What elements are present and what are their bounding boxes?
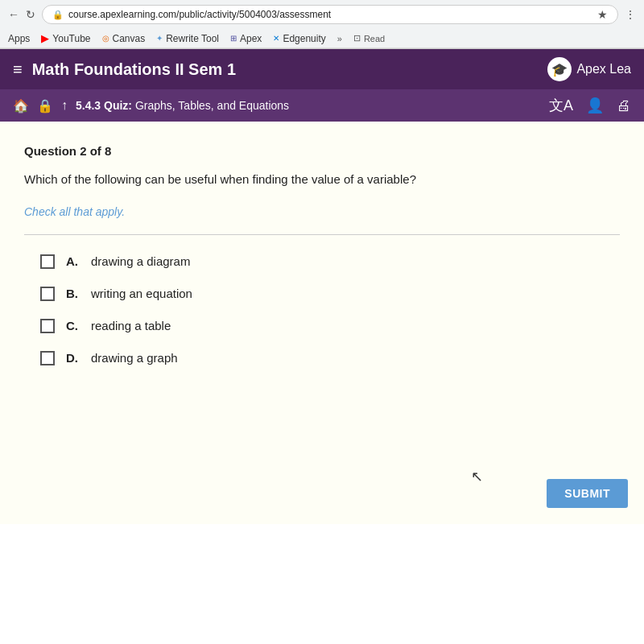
youtube-icon: ▶ xyxy=(41,32,49,44)
toolbar-lock-icon[interactable]: 🔒 xyxy=(37,98,53,114)
up-arrow-icon[interactable]: ↑ xyxy=(61,98,68,113)
apex-logo-text: Apex Lea xyxy=(576,62,631,76)
quiz-title: Graphs, Tables, and Equations xyxy=(135,99,289,112)
canvas-label: Canvas xyxy=(113,33,146,44)
home-icon[interactable]: 🏠 xyxy=(13,98,29,114)
bookmarks-bar: Apps ▶ YouTube ◎ Canvas ✦ Rewrite Tool ⊞… xyxy=(0,29,644,48)
checkbox-a[interactable] xyxy=(40,254,55,269)
option-b-letter: B. xyxy=(66,287,78,300)
person-icon[interactable]: 👤 xyxy=(586,97,604,114)
submit-area: SUBMIT xyxy=(547,479,628,508)
bookmark-youtube[interactable]: ▶ YouTube xyxy=(41,32,90,44)
address-bar: ← ↻ 🔒 course.apexlearning.com/public/act… xyxy=(0,0,644,29)
read-icon: ⊡ xyxy=(353,33,361,43)
course-title: Math Foundations II Sem 1 xyxy=(32,60,236,79)
checkbox-c[interactable] xyxy=(40,319,55,333)
bookmark-canvas[interactable]: ◎ Canvas xyxy=(102,33,146,44)
translate-icon[interactable]: 文A xyxy=(549,96,573,115)
more-button[interactable]: ⋮ xyxy=(625,8,636,21)
apex-logo-icon: 🎓 xyxy=(547,57,572,81)
quiz-label: 5.4.3 Quiz: Graphs, Tables, and Equation… xyxy=(76,99,541,112)
edgenuity-label: Edgenuity xyxy=(283,33,325,44)
question-header: Question 2 of 8 xyxy=(24,144,620,158)
lock-icon: 🔒 xyxy=(52,10,64,20)
apex-header: ≡ Math Foundations II Sem 1 🎓 Apex Lea xyxy=(0,49,644,89)
quiz-toolbar: 🏠 🔒 ↑ 5.4.3 Quiz: Graphs, Tables, and Eq… xyxy=(0,89,644,122)
option-b[interactable]: B. writing an equation xyxy=(40,287,620,301)
toolbar-icons: 🏠 🔒 ↑ xyxy=(13,98,68,114)
option-c[interactable]: C. reading a table xyxy=(40,319,620,333)
option-d-text: drawing a graph xyxy=(91,351,178,365)
apps-label: Apps xyxy=(8,33,30,44)
main-content: Question 2 of 8 Which of the following c… xyxy=(0,122,644,524)
submit-button[interactable]: SUBMIT xyxy=(547,479,628,508)
right-icons: 文A 👤 🖨 xyxy=(549,96,631,115)
quiz-prefix: 5.4.3 Quiz: xyxy=(76,99,132,112)
option-c-letter: C. xyxy=(66,319,78,332)
option-a-letter: A. xyxy=(66,254,78,268)
rewrite-icon: ✦ xyxy=(156,34,163,43)
star-icon[interactable]: ★ xyxy=(597,8,608,21)
hamburger-menu[interactable]: ≡ xyxy=(13,60,23,79)
option-a-text: drawing a diagram xyxy=(91,254,190,268)
back-button[interactable]: ← xyxy=(8,8,19,21)
refresh-button[interactable]: ↻ xyxy=(26,8,35,21)
rewrite-label: Rewrite Tool xyxy=(166,33,219,44)
url-text: course.apexlearning.com/public/activity/… xyxy=(68,9,331,20)
edgenuity-icon: ✕ xyxy=(273,34,279,43)
bookmark-read[interactable]: ⊡ Read xyxy=(353,33,385,43)
cursor-indicator: ↖ xyxy=(471,468,483,485)
canvas-icon: ◎ xyxy=(102,34,109,43)
option-d[interactable]: D. drawing a graph xyxy=(40,351,620,365)
divider xyxy=(24,234,620,235)
option-b-text: writing an equation xyxy=(91,287,192,300)
checkbox-b[interactable] xyxy=(40,287,55,301)
read-label: Read xyxy=(364,34,385,43)
bookmark-edgenuity[interactable]: ✕ Edgenuity xyxy=(273,33,325,44)
option-a[interactable]: A. drawing a diagram xyxy=(40,254,620,269)
option-d-letter: D. xyxy=(66,351,78,365)
question-text: Which of the following can be useful whe… xyxy=(24,171,620,189)
bookmark-more[interactable]: » xyxy=(337,34,342,43)
bookmark-apex[interactable]: ⊞ Apex xyxy=(230,33,262,44)
browser-chrome: ← ↻ 🔒 course.apexlearning.com/public/act… xyxy=(0,0,644,49)
youtube-label: YouTube xyxy=(52,33,90,44)
print-icon[interactable]: 🖨 xyxy=(617,97,631,114)
bookmark-rewrite[interactable]: ✦ Rewrite Tool xyxy=(156,33,219,44)
apex-icon: ⊞ xyxy=(230,34,237,43)
bookmark-apps[interactable]: Apps xyxy=(8,33,30,44)
apex-logo-area: 🎓 Apex Lea xyxy=(547,57,631,81)
apex-label: Apex xyxy=(240,33,262,44)
check-instruction: Check all that apply. xyxy=(24,205,620,218)
option-c-text: reading a table xyxy=(91,319,171,332)
url-bar[interactable]: 🔒 course.apexlearning.com/public/activit… xyxy=(42,5,618,24)
answer-options: A. drawing a diagram B. writing an equat… xyxy=(24,254,620,365)
header-left: ≡ Math Foundations II Sem 1 xyxy=(13,60,236,79)
checkbox-d[interactable] xyxy=(40,351,55,365)
